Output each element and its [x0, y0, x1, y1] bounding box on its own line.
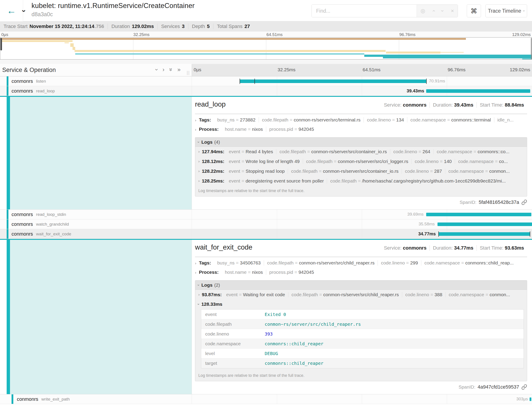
- span-service: conmonrs: [11, 221, 33, 227]
- tags-row[interactable]: › Tags: busy_ns=273882 code.filepath=con…: [195, 117, 527, 127]
- span-id-row: SpanID: 5faf48165428c37a: [195, 197, 527, 207]
- span-operation: wait_for_exit_code: [36, 232, 71, 236]
- deep-link-icon[interactable]: [521, 384, 527, 390]
- span-bar[interactable]: [530, 397, 531, 401]
- minimap-span-bar: [65, 42, 69, 43]
- trace-summary-bar: Trace Start November 15 2022, 11:24:14.7…: [0, 21, 532, 31]
- minimap-span-bar: [70, 43, 73, 47]
- expand-all-icon[interactable]: »: [178, 66, 180, 73]
- expand-one-icon[interactable]: ›: [162, 66, 164, 73]
- minimap-span-bar: [440, 52, 464, 53]
- span-id-value: 5faf48165428c37a: [479, 199, 519, 205]
- span-duration: 39.69ms: [407, 212, 424, 217]
- span-color-accent: [7, 210, 9, 219]
- chevron-right-icon: ›: [195, 261, 196, 265]
- span-color-accent: [11, 394, 13, 404]
- chevron-right-icon: ›: [195, 127, 196, 132]
- process-row[interactable]: › Process: host.name=nixos process.pid=9…: [195, 270, 527, 279]
- log-fields-table: event Exited 0 code.filepath conmon−rs/s…: [201, 309, 524, 368]
- service-operation-header: Service & Operation › › » » ||: [0, 64, 192, 76]
- find-input[interactable]: [312, 5, 417, 17]
- span-color-accent: [7, 76, 9, 86]
- log-entry-expanded-header[interactable]: › 128.33ms: [195, 300, 527, 309]
- minimap-span-bar: [75, 50, 386, 52]
- span-bar[interactable]: [437, 223, 532, 226]
- span-operation: read_loop_stdin: [36, 212, 66, 217]
- chevron-right-icon: ›: [198, 149, 200, 154]
- table-row: event Exited 0: [201, 310, 523, 319]
- minimap-span-bar: [73, 47, 75, 50]
- keyboard-shortcuts-button[interactable]: ⌘: [467, 4, 481, 17]
- log-entry[interactable]: › 128.22ms: event=Stopping read loop cod…: [195, 166, 527, 176]
- span-operation: write_exit_path: [41, 397, 70, 402]
- trace-viewer: ← › kubelet: runtime.v1.RuntimeService/C…: [0, 0, 532, 411]
- timeline-minimap[interactable]: 0µs 32.25ms 64.51ms 96.76ms 129.02ms: [0, 31, 532, 64]
- minimap-canvas[interactable]: [0, 37, 532, 59]
- log-entry[interactable]: › 128.12ms: event=Wrote log line of leng…: [195, 157, 527, 166]
- detail-duration: Duration: 39.43ms: [429, 102, 476, 108]
- logs-header[interactable]: › Logs (4): [195, 137, 527, 147]
- span-row-watch-grandchild[interactable]: conmonrs watch_grandchild 35.58ms: [0, 219, 532, 229]
- log-entry[interactable]: › 93.87ms: event=Waiting for exit code c…: [195, 290, 527, 300]
- table-row: code.namespace conmonrs::child_reaper: [201, 339, 523, 349]
- span-row-write-exit-path[interactable]: conmonrs write_exit_path 303µs: [0, 394, 532, 404]
- span-service: conmonrs: [11, 78, 33, 84]
- chevron-down-icon: ›: [20, 10, 28, 12]
- span-row-read-loop[interactable]: conmonrs read_loop 39.43ms: [0, 86, 532, 96]
- detail-start-time: Start Time: 88.84ms: [476, 102, 527, 108]
- span-bar[interactable]: [240, 79, 427, 83]
- logs-footnote: Log timestamps are relative to the start…: [195, 371, 527, 381]
- span-color-accent: [7, 86, 9, 96]
- span-bar[interactable]: [426, 213, 531, 216]
- minimap-right-scrubber[interactable]: [531, 38, 532, 59]
- chevron-right-icon: ›: [198, 159, 200, 164]
- table-row: code.filepath conmon−rs/server/src/child…: [201, 319, 523, 329]
- span-bar[interactable]: [438, 232, 530, 236]
- log-entry[interactable]: › 127.94ms: event=Read 4 bytes code.file…: [195, 147, 527, 157]
- logs-header[interactable]: › Logs (2): [195, 280, 527, 290]
- find-clear-icon[interactable]: ×: [451, 8, 454, 14]
- minimap-left-scrubber[interactable]: [0, 38, 2, 50]
- span-color-accent: [7, 240, 10, 394]
- chevron-right-icon: ›: [198, 179, 200, 183]
- timeline-ticks-header: 0µs 32.25ms 64.51ms 96.76ms 129.02ms: [192, 64, 532, 76]
- detail-service: Service: conmonrs: [381, 102, 429, 108]
- timeline-column-header: Service & Operation › › » » || 0µs 32.25…: [0, 64, 532, 76]
- logs-footnote: Log timestamps are relative to the start…: [195, 186, 527, 196]
- minimap-span-bar: [0, 38, 466, 40]
- view-selector-button[interactable]: Trace Timeline ›: [485, 4, 527, 17]
- trace-depth: Depth 5: [188, 24, 213, 29]
- minimap-axis: 0µs 32.25ms 64.51ms 96.76ms 129.02ms: [0, 31, 532, 37]
- table-row: target conmonrs::child_reaper: [201, 358, 523, 368]
- span-bar[interactable]: [426, 89, 530, 93]
- process-row[interactable]: › Process: host.name=nixos process.pid=9…: [195, 127, 527, 136]
- tags-row[interactable]: › Tags: busy_ns=34506763 code.filepath=c…: [195, 260, 527, 270]
- span-row-listen[interactable]: conmonrs listen 70.91ms: [0, 76, 532, 86]
- table-row: code.lineno 393: [201, 329, 523, 339]
- span-duration: 34.77ms: [418, 231, 436, 236]
- log-entry[interactable]: › 128.25ms: event=deregistering event so…: [195, 176, 527, 186]
- span-row-wait-for-exit-code[interactable]: conmonrs wait_for_exit_code 34.77ms: [0, 229, 532, 239]
- collapse-one-icon[interactable]: ›: [153, 68, 160, 71]
- logs-box: › Logs (4) › 127.94ms: event=Read 4 byte…: [195, 137, 527, 196]
- span-color-accent: [7, 229, 9, 239]
- find-controls: ◎ › › ×: [417, 5, 458, 17]
- span-color-accent: [7, 219, 9, 229]
- trace-total-spans: Total Spans 27: [213, 24, 253, 29]
- span-operation: read_loop: [36, 88, 55, 93]
- column-resize-grip[interactable]: ||: [187, 70, 190, 75]
- span-service: conmonrs: [11, 88, 33, 94]
- span-duration: 35.58ms: [419, 222, 435, 226]
- minimap-span-bar: [386, 51, 440, 54]
- find-focus-icon[interactable]: ◎: [421, 8, 425, 14]
- find-next-icon[interactable]: ›: [439, 10, 446, 12]
- trace-collapse-button[interactable]: ›: [23, 7, 26, 15]
- chevron-down-icon: ›: [196, 284, 201, 286]
- span-row-read-loop-stdin[interactable]: conmonrs read_loop_stdin 39.69ms: [0, 210, 532, 219]
- find-prev-icon[interactable]: ›: [430, 10, 437, 12]
- span-detail-read-loop: read_loop Service: conmonrs Duration: 39…: [0, 96, 532, 210]
- back-button[interactable]: ←: [0, 0, 23, 21]
- deep-link-icon[interactable]: [521, 199, 527, 205]
- view-selector-label: Trace Timeline: [488, 8, 521, 14]
- collapse-all-icon[interactable]: »: [168, 68, 174, 71]
